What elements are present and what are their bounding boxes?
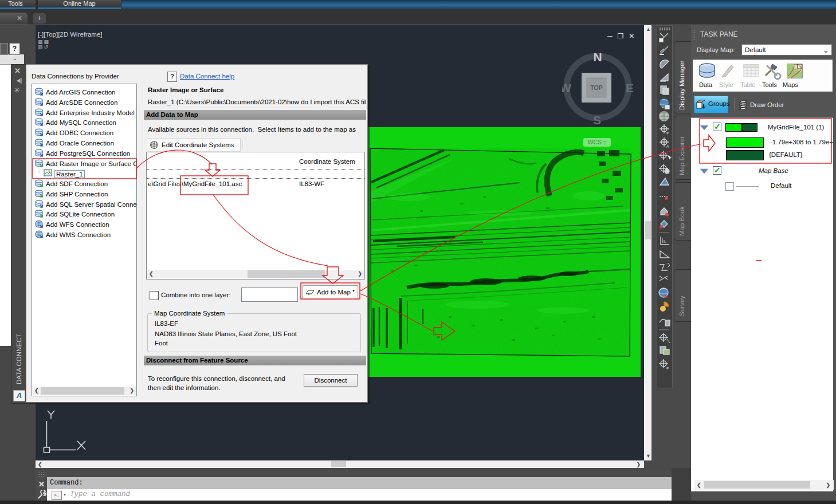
svg-text:TOP: TOP bbox=[590, 84, 602, 91]
svg-text:E: E bbox=[626, 81, 634, 94]
svg-text:S: S bbox=[665, 294, 668, 299]
svg-text:A: A bbox=[666, 144, 669, 148]
svg-text:#: # bbox=[666, 131, 669, 135]
svg-text:W: W bbox=[562, 81, 571, 94]
svg-text:N: N bbox=[593, 52, 602, 64]
svg-text:#: # bbox=[666, 366, 669, 370]
svg-text:S: S bbox=[593, 113, 601, 127]
